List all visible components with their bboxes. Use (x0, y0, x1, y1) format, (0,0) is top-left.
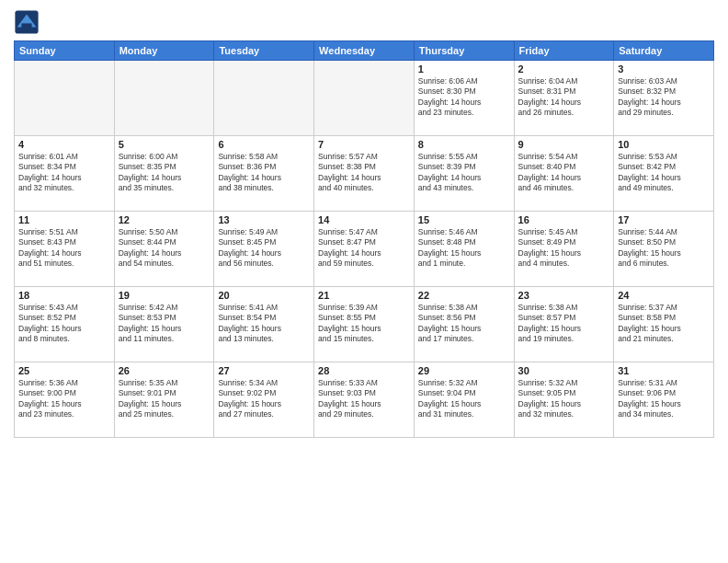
calendar-cell: 8Sunrise: 5:55 AM Sunset: 8:39 PM Daylig… (414, 136, 514, 212)
day-info: Sunrise: 5:32 AM Sunset: 9:04 PM Dayligh… (418, 378, 510, 420)
weekday-header-row: SundayMondayTuesdayWednesdayThursdayFrid… (15, 41, 714, 61)
day-number: 2 (518, 63, 610, 75)
day-number: 4 (18, 139, 110, 150)
day-number: 17 (618, 214, 710, 225)
day-info: Sunrise: 5:54 AM Sunset: 8:40 PM Dayligh… (518, 152, 610, 194)
calendar-cell: 18Sunrise: 5:43 AM Sunset: 8:52 PM Dayli… (15, 287, 115, 362)
weekday-header-sunday: Sunday (15, 41, 115, 61)
calendar-cell: 12Sunrise: 5:50 AM Sunset: 8:44 PM Dayli… (114, 212, 214, 287)
calendar-cell (314, 61, 415, 136)
day-info: Sunrise: 5:46 AM Sunset: 8:48 PM Dayligh… (418, 227, 510, 270)
week-row-4: 18Sunrise: 5:43 AM Sunset: 8:52 PM Dayli… (15, 287, 714, 362)
week-row-1: 1Sunrise: 6:06 AM Sunset: 8:30 PM Daylig… (15, 61, 714, 136)
week-row-2: 4Sunrise: 6:01 AM Sunset: 8:34 PM Daylig… (15, 136, 714, 212)
calendar-cell (15, 61, 115, 136)
day-info: Sunrise: 5:44 AM Sunset: 8:50 PM Dayligh… (618, 227, 710, 270)
day-number: 29 (418, 365, 510, 376)
day-info: Sunrise: 5:47 AM Sunset: 8:47 PM Dayligh… (318, 227, 410, 270)
day-number: 16 (518, 214, 610, 225)
day-number: 15 (418, 214, 510, 225)
day-info: Sunrise: 5:32 AM Sunset: 9:05 PM Dayligh… (518, 378, 610, 420)
calendar-cell: 7Sunrise: 5:57 AM Sunset: 8:38 PM Daylig… (314, 136, 415, 212)
day-info: Sunrise: 5:36 AM Sunset: 9:00 PM Dayligh… (18, 378, 110, 420)
weekday-header-saturday: Saturday (614, 41, 714, 61)
day-info: Sunrise: 5:39 AM Sunset: 8:55 PM Dayligh… (318, 303, 410, 345)
weekday-header-thursday: Thursday (414, 41, 514, 61)
logo-icon (14, 9, 40, 35)
day-info: Sunrise: 5:41 AM Sunset: 8:54 PM Dayligh… (218, 303, 310, 345)
day-number: 20 (218, 290, 310, 301)
calendar-cell: 5Sunrise: 6:00 AM Sunset: 8:35 PM Daylig… (114, 136, 214, 212)
day-info: Sunrise: 5:35 AM Sunset: 9:01 PM Dayligh… (119, 378, 210, 420)
day-number: 11 (18, 214, 110, 225)
calendar-cell: 19Sunrise: 5:42 AM Sunset: 8:53 PM Dayli… (114, 287, 214, 362)
weekday-header-monday: Monday (114, 41, 214, 61)
day-number: 1 (418, 63, 510, 75)
calendar-cell: 23Sunrise: 5:38 AM Sunset: 8:57 PM Dayli… (514, 287, 614, 362)
day-number: 8 (418, 139, 510, 150)
calendar-cell: 13Sunrise: 5:49 AM Sunset: 8:45 PM Dayli… (214, 212, 314, 287)
calendar-cell: 6Sunrise: 5:58 AM Sunset: 8:36 PM Daylig… (214, 136, 314, 212)
weekday-header-wednesday: Wednesday (314, 41, 415, 61)
day-number: 3 (618, 63, 710, 75)
calendar-cell: 14Sunrise: 5:47 AM Sunset: 8:47 PM Dayli… (314, 212, 415, 287)
page: SundayMondayTuesdayWednesdayThursdayFrid… (0, 0, 728, 563)
day-number: 31 (618, 365, 710, 376)
calendar-cell: 1Sunrise: 6:06 AM Sunset: 8:30 PM Daylig… (414, 61, 514, 136)
svg-rect-2 (21, 23, 31, 29)
calendar-cell: 15Sunrise: 5:46 AM Sunset: 8:48 PM Dayli… (414, 212, 514, 287)
day-number: 27 (218, 365, 310, 376)
day-info: Sunrise: 5:31 AM Sunset: 9:06 PM Dayligh… (618, 378, 710, 420)
calendar-cell: 21Sunrise: 5:39 AM Sunset: 8:55 PM Dayli… (314, 287, 415, 362)
calendar: SundayMondayTuesdayWednesdayThursdayFrid… (14, 40, 714, 438)
day-info: Sunrise: 5:53 AM Sunset: 8:42 PM Dayligh… (618, 152, 710, 194)
logo (14, 9, 43, 35)
calendar-cell: 2Sunrise: 6:04 AM Sunset: 8:31 PM Daylig… (514, 61, 614, 136)
calendar-cell: 17Sunrise: 5:44 AM Sunset: 8:50 PM Dayli… (614, 212, 714, 287)
calendar-cell: 29Sunrise: 5:32 AM Sunset: 9:04 PM Dayli… (414, 362, 514, 438)
calendar-cell: 16Sunrise: 5:45 AM Sunset: 8:49 PM Dayli… (514, 212, 614, 287)
calendar-cell (214, 61, 314, 136)
day-info: Sunrise: 6:01 AM Sunset: 8:34 PM Dayligh… (18, 152, 110, 194)
calendar-cell: 25Sunrise: 5:36 AM Sunset: 9:00 PM Dayli… (15, 362, 115, 438)
weekday-header-friday: Friday (514, 41, 614, 61)
calendar-cell: 4Sunrise: 6:01 AM Sunset: 8:34 PM Daylig… (15, 136, 115, 212)
calendar-cell: 9Sunrise: 5:54 AM Sunset: 8:40 PM Daylig… (514, 136, 614, 212)
day-info: Sunrise: 5:58 AM Sunset: 8:36 PM Dayligh… (218, 152, 310, 194)
day-info: Sunrise: 5:50 AM Sunset: 8:44 PM Dayligh… (119, 227, 210, 270)
day-info: Sunrise: 5:33 AM Sunset: 9:03 PM Dayligh… (318, 378, 410, 420)
day-info: Sunrise: 5:38 AM Sunset: 8:56 PM Dayligh… (418, 303, 510, 345)
day-number: 23 (518, 290, 610, 301)
day-info: Sunrise: 5:38 AM Sunset: 8:57 PM Dayligh… (518, 303, 610, 345)
day-number: 9 (518, 139, 610, 150)
day-info: Sunrise: 5:45 AM Sunset: 8:49 PM Dayligh… (518, 227, 610, 270)
day-number: 21 (318, 290, 410, 301)
calendar-cell: 22Sunrise: 5:38 AM Sunset: 8:56 PM Dayli… (414, 287, 514, 362)
day-info: Sunrise: 5:34 AM Sunset: 9:02 PM Dayligh… (218, 378, 310, 420)
calendar-cell: 24Sunrise: 5:37 AM Sunset: 8:58 PM Dayli… (614, 287, 714, 362)
calendar-cell (114, 61, 214, 136)
calendar-cell: 31Sunrise: 5:31 AM Sunset: 9:06 PM Dayli… (614, 362, 714, 438)
calendar-cell: 27Sunrise: 5:34 AM Sunset: 9:02 PM Dayli… (214, 362, 314, 438)
day-number: 10 (618, 139, 710, 150)
day-number: 26 (119, 365, 210, 376)
calendar-cell: 26Sunrise: 5:35 AM Sunset: 9:01 PM Dayli… (114, 362, 214, 438)
day-number: 19 (119, 290, 210, 301)
day-number: 5 (119, 139, 210, 150)
day-number: 28 (318, 365, 410, 376)
day-info: Sunrise: 6:04 AM Sunset: 8:31 PM Dayligh… (518, 76, 610, 119)
day-number: 22 (418, 290, 510, 301)
day-info: Sunrise: 5:42 AM Sunset: 8:53 PM Dayligh… (119, 303, 210, 345)
day-number: 7 (318, 139, 410, 150)
day-number: 30 (518, 365, 610, 376)
week-row-3: 11Sunrise: 5:51 AM Sunset: 8:43 PM Dayli… (15, 212, 714, 287)
day-info: Sunrise: 5:49 AM Sunset: 8:45 PM Dayligh… (218, 227, 310, 270)
calendar-cell: 28Sunrise: 5:33 AM Sunset: 9:03 PM Dayli… (314, 362, 415, 438)
calendar-cell: 30Sunrise: 5:32 AM Sunset: 9:05 PM Dayli… (514, 362, 614, 438)
weekday-header-tuesday: Tuesday (214, 41, 314, 61)
calendar-cell: 11Sunrise: 5:51 AM Sunset: 8:43 PM Dayli… (15, 212, 115, 287)
day-info: Sunrise: 5:51 AM Sunset: 8:43 PM Dayligh… (18, 227, 110, 270)
week-row-5: 25Sunrise: 5:36 AM Sunset: 9:00 PM Dayli… (15, 362, 714, 438)
day-info: Sunrise: 5:43 AM Sunset: 8:52 PM Dayligh… (18, 303, 110, 345)
day-info: Sunrise: 5:57 AM Sunset: 8:38 PM Dayligh… (318, 152, 410, 194)
